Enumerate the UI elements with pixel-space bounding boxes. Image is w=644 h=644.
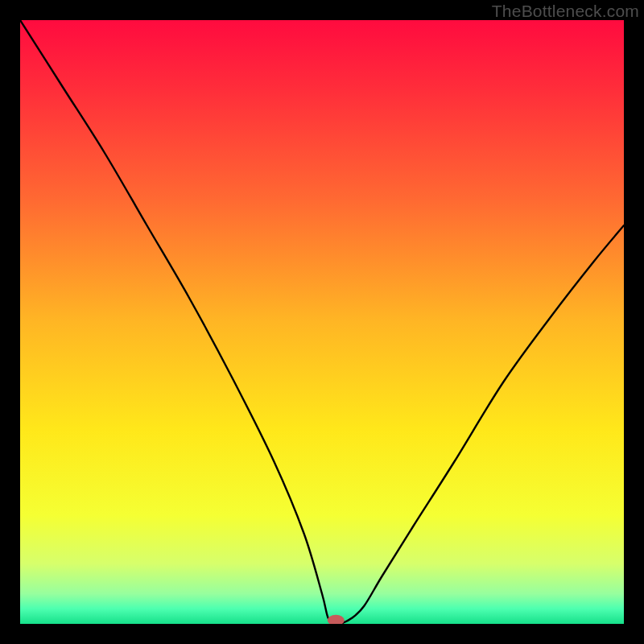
gradient-background bbox=[20, 20, 624, 624]
watermark-label: TheBottleneck.com bbox=[492, 2, 639, 21]
plot-area bbox=[20, 20, 624, 624]
bottleneck-chart bbox=[20, 20, 624, 624]
chart-frame: TheBottleneck.com bbox=[0, 0, 644, 644]
